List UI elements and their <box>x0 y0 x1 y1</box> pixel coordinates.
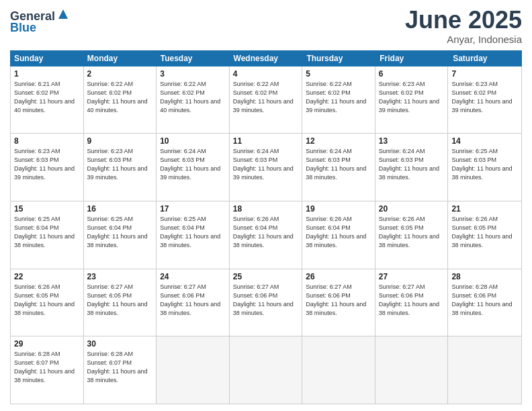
cell-info: Sunrise: 6:26 AMSunset: 6:04 PMDaylight:… <box>306 215 371 250</box>
calendar-body: 1 Sunrise: 6:21 AMSunset: 6:02 PMDayligh… <box>10 66 522 404</box>
header-sunday: Sunday <box>10 50 83 66</box>
cell-info: Sunrise: 6:27 AMSunset: 6:06 PMDaylight:… <box>233 283 299 318</box>
day-number: 26 <box>306 272 371 281</box>
calendar-cell: 5 Sunrise: 6:22 AMSunset: 6:02 PMDayligh… <box>302 66 375 134</box>
cell-info: Sunrise: 6:22 AMSunset: 6:02 PMDaylight:… <box>160 80 226 115</box>
calendar-cell: 17 Sunrise: 6:25 AMSunset: 6:04 PMDaylig… <box>157 201 230 269</box>
day-number: 21 <box>451 204 518 214</box>
calendar-cell: 1 Sunrise: 6:21 AMSunset: 6:02 PMDayligh… <box>11 66 84 134</box>
cell-info: Sunrise: 6:25 AMSunset: 6:03 PMDaylight:… <box>451 147 518 182</box>
calendar-cell: 28 Sunrise: 6:28 AMSunset: 6:06 PMDaylig… <box>448 269 521 336</box>
day-number: 9 <box>87 136 153 146</box>
day-number: 11 <box>233 136 299 146</box>
calendar-cell: 4 Sunrise: 6:22 AMSunset: 6:02 PMDayligh… <box>230 66 303 134</box>
day-number: 30 <box>87 339 153 349</box>
day-number: 14 <box>451 136 518 146</box>
calendar-cell: 3 Sunrise: 6:22 AMSunset: 6:02 PMDayligh… <box>157 66 230 134</box>
calendar-header: Sunday Monday Tuesday Wednesday Thursday… <box>10 50 522 66</box>
cell-info: Sunrise: 6:23 AMSunset: 6:03 PMDaylight:… <box>87 147 153 182</box>
cell-info: Sunrise: 6:25 AMSunset: 6:04 PMDaylight:… <box>160 215 226 250</box>
calendar-cell: 24 Sunrise: 6:27 AMSunset: 6:06 PMDaylig… <box>157 269 230 336</box>
calendar-cell <box>448 336 521 404</box>
day-number: 22 <box>14 272 80 281</box>
calendar-cell <box>157 336 230 404</box>
header-saturday: Saturday <box>449 50 522 66</box>
calendar-cell: 10 Sunrise: 6:24 AMSunset: 6:03 PMDaylig… <box>157 134 230 201</box>
cell-info: Sunrise: 6:24 AMSunset: 6:03 PMDaylight:… <box>233 147 299 182</box>
day-number: 25 <box>233 272 299 281</box>
cell-info: Sunrise: 6:22 AMSunset: 6:02 PMDaylight:… <box>233 80 299 115</box>
day-number: 1 <box>14 69 80 79</box>
calendar-cell <box>302 336 375 404</box>
cell-info: Sunrise: 6:22 AMSunset: 6:02 PMDaylight:… <box>87 80 153 115</box>
calendar-cell: 26 Sunrise: 6:27 AMSunset: 6:06 PMDaylig… <box>302 269 375 336</box>
day-number: 24 <box>160 272 226 281</box>
cell-info: Sunrise: 6:22 AMSunset: 6:02 PMDaylight:… <box>306 80 371 115</box>
cell-info: Sunrise: 6:25 AMSunset: 6:04 PMDaylight:… <box>87 215 153 250</box>
calendar-week-5: 29 Sunrise: 6:28 AMSunset: 6:07 PMDaylig… <box>11 336 521 404</box>
day-number: 27 <box>379 272 445 281</box>
day-number: 6 <box>379 69 445 79</box>
cell-info: Sunrise: 6:28 AMSunset: 6:07 PMDaylight:… <box>87 350 153 385</box>
title-area: June 2025 Anyar, Indonesia <box>405 7 522 45</box>
day-number: 13 <box>379 136 445 146</box>
day-number: 3 <box>160 69 226 79</box>
calendar-cell: 7 Sunrise: 6:23 AMSunset: 6:02 PMDayligh… <box>448 66 521 134</box>
cell-info: Sunrise: 6:28 AMSunset: 6:07 PMDaylight:… <box>14 350 80 385</box>
calendar-cell: 21 Sunrise: 6:26 AMSunset: 6:05 PMDaylig… <box>448 201 521 269</box>
calendar-cell: 11 Sunrise: 6:24 AMSunset: 6:03 PMDaylig… <box>230 134 303 201</box>
cell-info: Sunrise: 6:28 AMSunset: 6:06 PMDaylight:… <box>451 283 518 318</box>
calendar-cell: 19 Sunrise: 6:26 AMSunset: 6:04 PMDaylig… <box>302 201 375 269</box>
calendar-week-3: 15 Sunrise: 6:25 AMSunset: 6:04 PMDaylig… <box>11 201 521 269</box>
cell-info: Sunrise: 6:21 AMSunset: 6:02 PMDaylight:… <box>14 80 80 115</box>
day-number: 23 <box>87 272 153 281</box>
logo-text: General Blue <box>10 9 71 35</box>
calendar-cell: 9 Sunrise: 6:23 AMSunset: 6:03 PMDayligh… <box>84 134 157 201</box>
day-number: 5 <box>306 69 371 79</box>
calendar-cell: 20 Sunrise: 6:26 AMSunset: 6:05 PMDaylig… <box>375 201 449 269</box>
calendar-cell: 16 Sunrise: 6:25 AMSunset: 6:04 PMDaylig… <box>84 201 157 269</box>
calendar-week-2: 8 Sunrise: 6:23 AMSunset: 6:03 PMDayligh… <box>11 134 521 201</box>
header: General Blue June 2025 Anyar, Indonesia <box>10 7 522 45</box>
cell-info: Sunrise: 6:27 AMSunset: 6:06 PMDaylight:… <box>160 283 226 318</box>
calendar-cell: 22 Sunrise: 6:26 AMSunset: 6:05 PMDaylig… <box>11 269 84 336</box>
calendar: Sunday Monday Tuesday Wednesday Thursday… <box>10 50 522 404</box>
cell-info: Sunrise: 6:26 AMSunset: 6:05 PMDaylight:… <box>379 215 445 250</box>
cell-info: Sunrise: 6:26 AMSunset: 6:05 PMDaylight:… <box>14 283 80 318</box>
day-number: 16 <box>87 204 153 214</box>
cell-info: Sunrise: 6:23 AMSunset: 6:02 PMDaylight:… <box>451 80 518 115</box>
day-number: 8 <box>14 136 80 146</box>
logo: General Blue <box>10 9 71 35</box>
header-thursday: Thursday <box>302 50 375 66</box>
header-monday: Monday <box>83 50 157 66</box>
calendar-cell: 18 Sunrise: 6:26 AMSunset: 6:04 PMDaylig… <box>230 201 303 269</box>
cell-info: Sunrise: 6:24 AMSunset: 6:03 PMDaylight:… <box>306 147 371 182</box>
cell-info: Sunrise: 6:23 AMSunset: 6:03 PMDaylight:… <box>14 147 80 182</box>
page: General Blue June 2025 Anyar, Indonesia … <box>0 0 532 411</box>
calendar-cell: 25 Sunrise: 6:27 AMSunset: 6:06 PMDaylig… <box>230 269 303 336</box>
calendar-cell: 12 Sunrise: 6:24 AMSunset: 6:03 PMDaylig… <box>302 134 375 201</box>
calendar-week-4: 22 Sunrise: 6:26 AMSunset: 6:05 PMDaylig… <box>11 269 521 337</box>
calendar-cell: 14 Sunrise: 6:25 AMSunset: 6:03 PMDaylig… <box>448 134 521 201</box>
calendar-cell: 27 Sunrise: 6:27 AMSunset: 6:06 PMDaylig… <box>375 269 449 336</box>
calendar-cell: 29 Sunrise: 6:28 AMSunset: 6:07 PMDaylig… <box>11 336 84 404</box>
cell-info: Sunrise: 6:26 AMSunset: 6:05 PMDaylight:… <box>451 215 518 250</box>
day-number: 20 <box>379 204 445 214</box>
header-friday: Friday <box>375 50 449 66</box>
day-number: 15 <box>14 204 80 214</box>
header-tuesday: Tuesday <box>157 50 230 66</box>
calendar-cell: 8 Sunrise: 6:23 AMSunset: 6:03 PMDayligh… <box>11 134 84 201</box>
calendar-subtitle: Anyar, Indonesia <box>405 34 522 45</box>
calendar-cell: 23 Sunrise: 6:27 AMSunset: 6:05 PMDaylig… <box>84 269 157 336</box>
calendar-week-1: 1 Sunrise: 6:21 AMSunset: 6:02 PMDayligh… <box>11 66 521 134</box>
cell-info: Sunrise: 6:24 AMSunset: 6:03 PMDaylight:… <box>379 147 445 182</box>
calendar-cell: 30 Sunrise: 6:28 AMSunset: 6:07 PMDaylig… <box>84 336 157 404</box>
calendar-title: June 2025 <box>405 7 522 34</box>
day-number: 4 <box>233 69 299 79</box>
calendar-cell: 2 Sunrise: 6:22 AMSunset: 6:02 PMDayligh… <box>84 66 157 134</box>
calendar-cell: 6 Sunrise: 6:23 AMSunset: 6:02 PMDayligh… <box>375 66 449 134</box>
cell-info: Sunrise: 6:25 AMSunset: 6:04 PMDaylight:… <box>14 215 80 250</box>
day-number: 19 <box>306 204 371 214</box>
svg-marker-0 <box>58 9 68 19</box>
calendar-cell: 13 Sunrise: 6:24 AMSunset: 6:03 PMDaylig… <box>375 134 449 201</box>
